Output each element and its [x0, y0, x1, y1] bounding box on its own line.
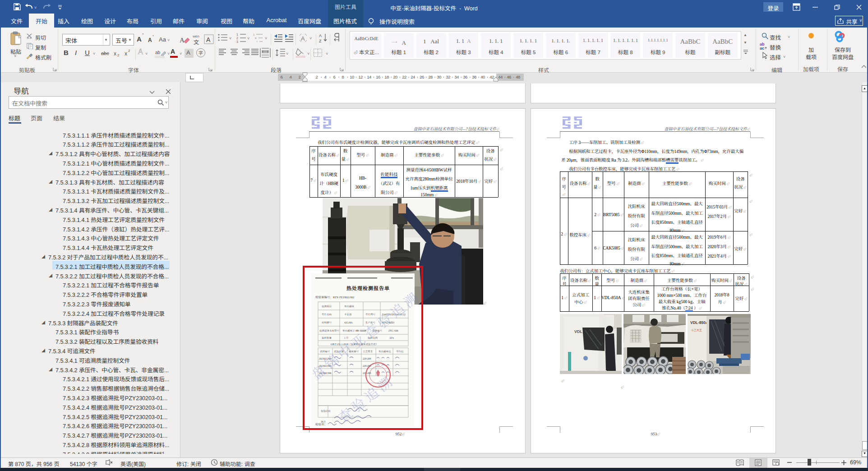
- svg-text:3: 3: [236, 40, 238, 43]
- svg-text:42CrMo: 42CrMo: [344, 321, 353, 324]
- svg-text:A: A: [180, 37, 185, 44]
- svg-text:检验结论: 检验结论: [321, 409, 331, 413]
- svg-text:抽样数量: 抽样数量: [322, 336, 332, 340]
- svg-text:VDL: VDL: [574, 329, 583, 334]
- svg-text:ab: ab: [155, 50, 161, 55]
- svg-text:布氏硬度值: 布氏硬度值: [379, 350, 391, 353]
- svg-text:文: 文: [194, 38, 199, 46]
- svg-text:VDL-850A: VDL-850A: [690, 320, 708, 325]
- svg-text:平均值: 平均值: [396, 350, 404, 353]
- svg-text:10%: 10%: [389, 336, 394, 340]
- svg-text:零件名称: 零件名称: [322, 313, 332, 316]
- svg-text:ac: ac: [760, 46, 764, 50]
- svg-text:字: 字: [199, 49, 203, 56]
- svg-text:i: i: [257, 40, 257, 43]
- svg-text:检验单编号：PZY-JY23021302: 检验单编号：PZY-JY23021302: [315, 295, 354, 299]
- svg-text:工艺要求: 工艺要求: [363, 350, 373, 353]
- svg-text:A: A: [206, 36, 211, 43]
- svg-text:1: 1: [236, 33, 238, 36]
- svg-text:A: A: [319, 33, 322, 38]
- svg-text:Z: Z: [319, 39, 322, 43]
- svg-text:a: a: [255, 37, 257, 39]
- svg-text:229-269: 229-269: [363, 357, 371, 360]
- svg-text:检测项目: 检测项目: [322, 305, 332, 308]
- svg-text:A: A: [301, 35, 305, 42]
- svg-text:1: 1: [253, 33, 255, 36]
- svg-text:ZYC-S06: ZYC-S06: [388, 329, 398, 332]
- svg-text:2: 2: [236, 37, 238, 40]
- svg-text:热处理检测报告单: 热处理检测报告单: [346, 284, 390, 291]
- svg-text:布氏硬度: 布氏硬度: [344, 305, 355, 308]
- svg-text:材料牌号: 材料牌号: [322, 321, 332, 324]
- svg-text:检测设备名称型号: 检测设备名称型号: [319, 329, 340, 332]
- svg-text:卡瓦座: 卡瓦座: [344, 313, 352, 316]
- svg-text:检验员：: 检验员：: [315, 422, 327, 426]
- svg-text:小三大王: 小三大王: [691, 328, 702, 332]
